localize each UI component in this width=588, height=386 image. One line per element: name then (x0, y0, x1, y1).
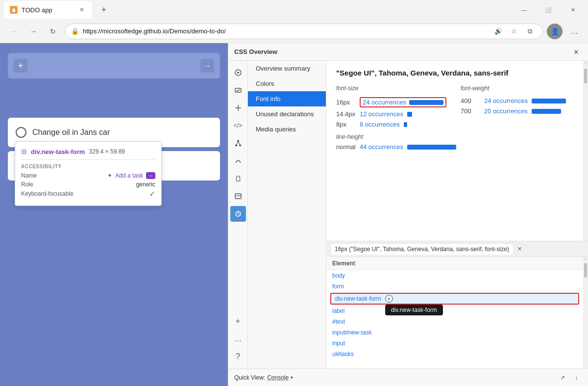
sidebar-icon-inspect[interactable] (230, 65, 246, 80)
tab-close-button[interactable]: ✕ (77, 5, 86, 14)
element-tooltip: div.new-task-form (385, 305, 443, 315)
minimize-button[interactable]: — (513, 2, 535, 18)
sidebar-icon-application[interactable] (230, 188, 246, 204)
devtools-toolbar: CSS Overview ✕ (228, 43, 588, 61)
sidebar-icon-memory[interactable] (230, 171, 246, 186)
devtools-close-button[interactable]: ✕ (570, 46, 582, 58)
bottom-section-scrollbar[interactable] (583, 257, 588, 368)
line-height-occurrences[interactable]: 44 occurrences (360, 143, 403, 151)
element-tab-font-size[interactable]: 16px ("Segoe UI", Tahoma, Geneva, Verdan… (330, 243, 514, 255)
element-row-ul-tasks[interactable]: ul#tasks (326, 349, 583, 360)
profile-button[interactable]: 👤 (547, 24, 563, 39)
quick-view-collapse-button[interactable]: ↓ (570, 372, 582, 384)
line-height-normal: normal (336, 143, 356, 151)
element-input-new-task-text: input#new-task (332, 329, 372, 336)
font-8px-occurrences[interactable]: 8 occurrences (360, 121, 400, 128)
collections-button[interactable]: ⧉ (523, 25, 537, 38)
tab-title: TODO app (22, 6, 74, 14)
devtools-title: CSS Overview (234, 48, 570, 55)
font-144px-occurrences[interactable]: 12 occurrences (360, 110, 403, 118)
nav-item-overview-summary[interactable]: Overview summary (248, 61, 326, 76)
font-700-occurrences[interactable]: 20 occurrences (484, 107, 528, 115)
element-row-label[interactable]: label (326, 306, 583, 316)
nav-item-unused-declarations[interactable]: Unused declarations (248, 106, 326, 122)
element-tooltip-text: div.new-task-form (391, 307, 437, 313)
sidebar-icon-console[interactable] (230, 82, 246, 98)
font-16px-occurrences-box: 24 occurrences (360, 97, 446, 107)
element-header: Element (326, 257, 583, 270)
element-row-div-new-task-form[interactable]: div.new-task-form + (330, 293, 579, 305)
back-button[interactable]: ← (6, 24, 22, 39)
browser-tab[interactable]: 📋 TODO app ✕ (4, 1, 92, 19)
todo-checkbox-1[interactable] (16, 127, 26, 138)
font-weight-column: font-weight 400 24 occurrences 700 (461, 85, 573, 129)
nav-item-font-info[interactable]: Font info (248, 91, 326, 106)
add-task-bar[interactable]: + → (8, 53, 220, 78)
more-options-button[interactable]: … (566, 24, 582, 39)
arrow-icon: → (146, 172, 155, 179)
font-weight-700-row: 700 20 occurrences (461, 106, 573, 116)
forward-button[interactable]: → (25, 24, 41, 39)
element-body-text: body (332, 272, 345, 279)
add-task-arrow-button[interactable]: → (200, 59, 214, 73)
role-label: Role (21, 181, 33, 188)
sidebar-icon-sources[interactable]: </> (230, 118, 246, 133)
lock-icon: 🔒 (71, 27, 79, 35)
font-8px-bar (404, 122, 407, 127)
element-ul-tasks-text: ul#tasks (332, 351, 354, 358)
sidebar-icon-performance[interactable] (230, 153, 246, 169)
font-size-144px-row: 14.4px 12 occurrences (336, 109, 449, 119)
navigation-bar: ← → ↻ 🔒 https://microsoftedge.github.io/… (0, 20, 588, 43)
element-row-input-new-task[interactable]: input#new-task (326, 327, 583, 338)
read-aloud-button[interactable]: 🔊 (491, 25, 505, 38)
top-section-scrollbar[interactable] (583, 61, 588, 241)
top-scrollbar-thumb[interactable] (584, 69, 587, 83)
element-form-text: form (332, 283, 344, 290)
devtools-sidebar: </> (228, 61, 248, 368)
quick-view-export-button[interactable]: ↗ (557, 372, 568, 384)
line-height-bar (407, 145, 456, 150)
role-row: Role generic (21, 181, 155, 188)
element-row-body[interactable]: body (326, 270, 583, 281)
element-row-form[interactable]: form (326, 281, 583, 292)
sidebar-icon-help[interactable]: ? (230, 349, 246, 364)
sidebar-icon-add[interactable]: + (230, 313, 246, 329)
sidebar-icon-more[interactable]: … (230, 331, 246, 347)
quick-view-console-label[interactable]: Console (267, 374, 289, 381)
font-16px-bar (409, 100, 443, 105)
element-expand-button[interactable]: + (385, 295, 393, 303)
svg-rect-5 (239, 145, 241, 146)
close-button[interactable]: ✕ (562, 2, 584, 18)
font-16px-occurrences[interactable]: 24 occurrences (363, 99, 406, 106)
quick-view-bar: Quick View: Console ▾ ↗ ↓ (228, 368, 588, 386)
reload-button[interactable]: ↻ (45, 24, 61, 39)
css-overview-nav: Overview summary Colors Font info Unused… (248, 61, 326, 368)
svg-line-6 (236, 142, 238, 145)
address-bar[interactable]: 🔒 https://microsoftedge.github.io/Demos/… (65, 24, 543, 39)
sidebar-icon-network[interactable] (230, 135, 246, 151)
font-size-column: font-size 16px 24 occurrences (336, 85, 449, 129)
bottom-scrollbar-thumb[interactable] (584, 263, 587, 278)
accessibility-tooltip: ⊞ div.new-task-form 329.4 × 59.89 ACCESS… (15, 141, 162, 206)
keyboard-focusable-value: ✓ (149, 190, 155, 198)
element-row-text[interactable]: #text (326, 316, 583, 327)
element-text-text: #text (332, 318, 345, 325)
line-height-normal-row: normal 44 occurrences (336, 143, 573, 151)
favorites-button[interactable]: ☆ (507, 25, 521, 38)
tooltip-divider (21, 159, 155, 160)
element-row-input[interactable]: input (326, 338, 583, 349)
nav-item-colors[interactable]: Colors (248, 76, 326, 91)
quick-view-dropdown-arrow[interactable]: ▾ (291, 375, 293, 380)
maximize-button[interactable]: ⬜ (537, 2, 560, 18)
new-tab-button[interactable]: + (96, 2, 112, 18)
element-tab-close-button[interactable]: ✕ (515, 245, 524, 254)
element-icon: ⊞ (21, 148, 27, 155)
sidebar-icon-css-overview[interactable] (230, 206, 246, 222)
sidebar-icon-elements[interactable] (230, 100, 246, 116)
font-400-occurrences[interactable]: 24 occurrences (484, 97, 528, 104)
element-panel-tabs: 16px ("Segoe UI", Tahoma, Geneva, Verdan… (326, 241, 588, 257)
keyboard-focusable-label: Keyboard-focusable (21, 190, 74, 197)
nav-item-media-queries[interactable]: Media queries (248, 122, 326, 137)
add-task-plus-button[interactable]: + (14, 59, 27, 73)
font-size-16px: 16px (336, 99, 356, 106)
